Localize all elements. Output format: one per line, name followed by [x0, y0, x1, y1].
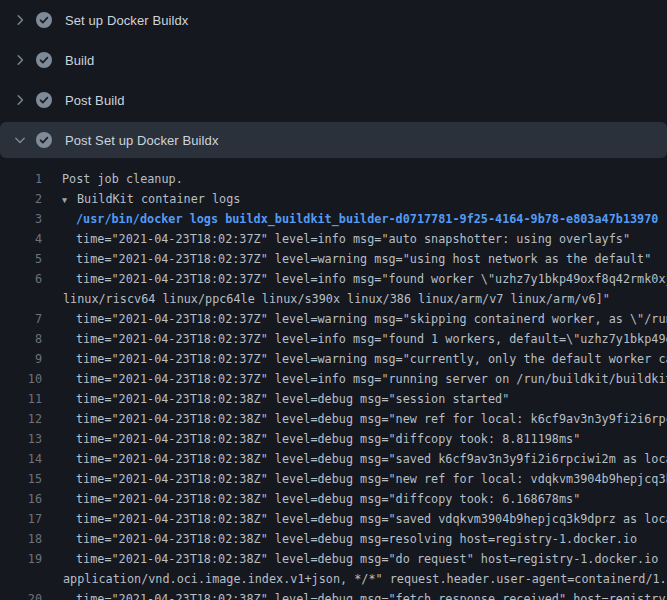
step-header-set-up-docker-buildx[interactable]: Set up Docker Buildx: [0, 0, 667, 40]
chevron-right-icon[interactable]: [12, 52, 28, 68]
step-label: Build: [65, 53, 94, 68]
log-row: 8time="2021-04-23T18:02:37Z" level=info …: [0, 329, 667, 349]
log-row: 4time="2021-04-23T18:02:37Z" level=info …: [0, 229, 667, 249]
step-label: Post Build: [65, 93, 125, 108]
log-row: 6time="2021-04-23T18:02:37Z" level=info …: [0, 269, 667, 289]
log-row: 3/usr/bin/docker logs buildx_buildkit_bu…: [0, 209, 667, 229]
log-line-text: application/vnd.oci.image.index.v1+json,…: [63, 569, 667, 589]
log-line-text: time="2021-04-23T18:02:37Z" level=warnin…: [76, 349, 667, 369]
log-line-text: Post job cleanup.: [62, 169, 183, 189]
log-row: 1Post job cleanup.: [0, 169, 667, 189]
log-row: 20time="2021-04-23T18:02:38Z" level=debu…: [0, 589, 667, 600]
step-header-build[interactable]: Build: [0, 40, 667, 80]
log-line-number[interactable]: 11: [0, 389, 42, 409]
log-row: 2▼BuildKit container logs: [0, 189, 667, 209]
log-line-number[interactable]: 6: [0, 269, 42, 289]
log-row: 9time="2021-04-23T18:02:37Z" level=warni…: [0, 349, 667, 369]
log-line-number[interactable]: 15: [0, 469, 42, 489]
log-line-text: time="2021-04-23T18:02:38Z" level=debug …: [76, 449, 667, 469]
log-line-number[interactable]: 17: [0, 509, 42, 529]
log-line-number[interactable]: 12: [0, 409, 42, 429]
log-line-text: time="2021-04-23T18:02:38Z" level=debug …: [76, 429, 580, 449]
chevron-right-icon[interactable]: [12, 12, 28, 28]
check-circle-icon: [36, 12, 52, 28]
log-row: 16time="2021-04-23T18:02:38Z" level=debu…: [0, 489, 667, 509]
log-row: linux/riscv64 linux/ppc64le linux/s390x …: [0, 289, 667, 309]
log-line-number[interactable]: 18: [0, 529, 42, 549]
log-line-text: time="2021-04-23T18:02:38Z" level=debug …: [76, 529, 637, 549]
log-line-number[interactable]: 20: [0, 589, 42, 600]
log-line-number[interactable]: 4: [0, 229, 42, 249]
log-line-number: [0, 289, 42, 309]
log-row: 11time="2021-04-23T18:02:38Z" level=debu…: [0, 389, 667, 409]
log-line-text: time="2021-04-23T18:02:37Z" level=info m…: [76, 269, 667, 289]
log-row: 17time="2021-04-23T18:02:38Z" level=debu…: [0, 509, 667, 529]
log-line-number[interactable]: 5: [0, 249, 42, 269]
log-line-number[interactable]: 13: [0, 429, 42, 449]
step-list: Set up Docker BuildxBuildPost BuildPost …: [0, 0, 667, 158]
log-line-text: time="2021-04-23T18:02:38Z" level=debug …: [76, 389, 509, 409]
log-line-text: time="2021-04-23T18:02:38Z" level=debug …: [76, 509, 667, 529]
log-group-title: BuildKit container logs: [77, 192, 240, 206]
log-line-number[interactable]: 7: [0, 309, 42, 329]
chevron-down-icon[interactable]: [12, 132, 28, 148]
log-line-number[interactable]: 1: [0, 169, 42, 189]
log-line-text: time="2021-04-23T18:02:37Z" level=info m…: [76, 329, 667, 349]
log-line-text: ▼BuildKit container logs: [62, 189, 240, 209]
log-line-text: time="2021-04-23T18:02:37Z" level=warnin…: [76, 249, 651, 269]
log-line-text: time="2021-04-23T18:02:38Z" level=debug …: [76, 469, 667, 489]
log-line-text: time="2021-04-23T18:02:37Z" level=info m…: [76, 369, 667, 389]
check-circle-icon: [36, 92, 52, 108]
log-lines: 1Post job cleanup.2▼BuildKit container l…: [0, 160, 667, 600]
log-line-text: time="2021-04-23T18:02:37Z" level=info m…: [76, 229, 630, 249]
group-collapse-triangle-icon[interactable]: ▼: [62, 190, 77, 210]
log-row: 7time="2021-04-23T18:02:37Z" level=warni…: [0, 309, 667, 329]
log-row: 12time="2021-04-23T18:02:38Z" level=debu…: [0, 409, 667, 429]
log-row: 15time="2021-04-23T18:02:38Z" level=debu…: [0, 469, 667, 489]
log-row: 14time="2021-04-23T18:02:38Z" level=debu…: [0, 449, 667, 469]
log-row: 19time="2021-04-23T18:02:38Z" level=debu…: [0, 549, 667, 569]
log-line-number[interactable]: 19: [0, 549, 42, 569]
log-line-number[interactable]: 14: [0, 449, 42, 469]
log-row: 10time="2021-04-23T18:02:37Z" level=info…: [0, 369, 667, 389]
log-line-text: time="2021-04-23T18:02:38Z" level=debug …: [76, 549, 667, 569]
log-line-number[interactable]: 9: [0, 349, 42, 369]
log-line-number[interactable]: 3: [0, 209, 42, 229]
check-circle-icon: [36, 52, 52, 68]
log-line-text: time="2021-04-23T18:02:38Z" level=debug …: [76, 489, 580, 509]
step-header-post-build[interactable]: Post Build: [0, 80, 667, 120]
log-line-text: time="2021-04-23T18:02:37Z" level=warnin…: [76, 309, 667, 329]
log-line-number: [0, 569, 42, 589]
step-label: Post Set up Docker Buildx: [65, 133, 219, 148]
log-line-number[interactable]: 2: [0, 189, 42, 209]
step-header-post-set-up-docker-buildx[interactable]: Post Set up Docker Buildx: [0, 122, 667, 158]
log-row: 13time="2021-04-23T18:02:38Z" level=debu…: [0, 429, 667, 449]
chevron-right-icon[interactable]: [12, 92, 28, 108]
log-line-number[interactable]: 8: [0, 329, 42, 349]
step-label: Set up Docker Buildx: [65, 13, 188, 28]
log-line-text: linux/riscv64 linux/ppc64le linux/s390x …: [63, 289, 610, 309]
log-line-text: time="2021-04-23T18:02:38Z" level=debug …: [76, 589, 667, 600]
log-line-number[interactable]: 10: [0, 369, 42, 389]
log-line-text: time="2021-04-23T18:02:38Z" level=debug …: [76, 409, 667, 429]
log-command-text: /usr/bin/docker logs buildx_buildkit_bui…: [76, 209, 658, 229]
log-row: application/vnd.oci.image.index.v1+json,…: [0, 569, 667, 589]
check-circle-icon: [36, 132, 52, 148]
log-row: 5time="2021-04-23T18:02:37Z" level=warni…: [0, 249, 667, 269]
log-line-number[interactable]: 16: [0, 489, 42, 509]
log-row: 18time="2021-04-23T18:02:38Z" level=debu…: [0, 529, 667, 549]
